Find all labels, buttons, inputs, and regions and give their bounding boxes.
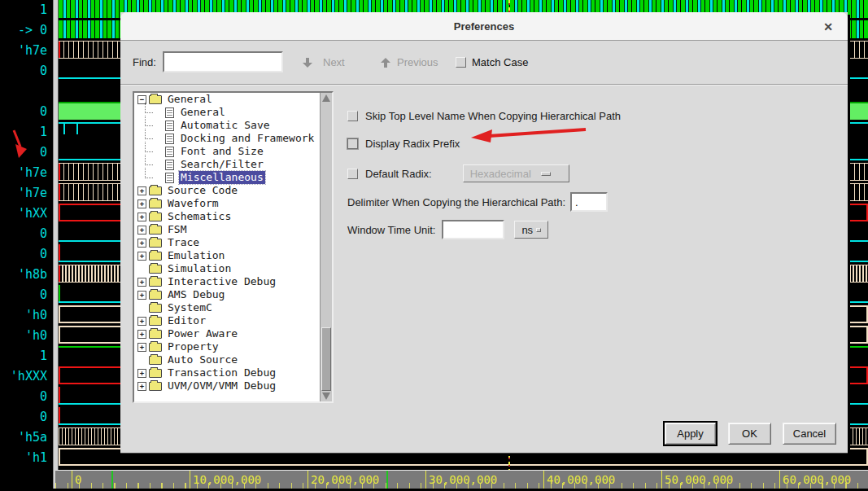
tree-item-uvm-ovm-vmm-debug[interactable]: +UVM/OVM/VMM Debug [134,379,332,392]
find-previous-button[interactable]: Previous [397,56,438,68]
plus-toggle-icon[interactable]: + [137,317,146,326]
signal-value[interactable]: 'h7e [0,163,53,183]
scroll-up-icon[interactable] [322,94,330,102]
tree-item-transaction-debug[interactable]: +Transaction Debug [134,366,332,379]
tree-item-label[interactable]: Schematics [166,210,233,223]
signal-value[interactable]: 'h8b [0,265,53,285]
signal-value[interactable]: 'hXXX [0,366,53,387]
signal-value[interactable]: 'h5a [0,427,53,448]
default-radix-dropdown[interactable]: Hexadecimal [463,164,569,182]
tree-item-label[interactable]: Emulation [166,249,226,262]
find-next-button[interactable]: Next [323,56,345,68]
tree-item-label[interactable]: Editor [166,314,207,327]
plus-toggle-icon[interactable]: + [137,186,146,195]
match-case-checkbox[interactable] [456,57,466,68]
tree-item-automatic-save[interactable]: Automatic Save [134,119,332,132]
dialog-titlebar[interactable]: Preferences ✕ [120,12,848,41]
tree-item-label[interactable]: General [166,93,214,106]
tree-item-general[interactable]: General [134,106,332,119]
tree-item-trace[interactable]: +Trace [134,236,332,249]
tree-item-label[interactable]: General [179,106,227,119]
tree-item-fsm[interactable]: +FSM [134,223,332,236]
tree-item-interactive-debug[interactable]: +Interactive Debug [134,275,332,288]
time-unit-input[interactable] [442,220,504,239]
plus-toggle-icon[interactable]: + [137,369,146,378]
cancel-button[interactable]: Cancel [783,423,836,445]
plus-toggle-icon[interactable]: + [137,252,146,261]
apply-button[interactable]: Apply [665,423,716,445]
signal-value[interactable]: 0 [0,407,53,427]
tree-item-systemc[interactable]: SystemC [134,301,332,314]
tree-item-label[interactable]: Property [166,340,220,353]
find-input[interactable] [163,51,283,72]
signal-value[interactable]: 0 [0,224,53,244]
tree-item-label[interactable]: Automatic Save [179,119,272,132]
timeline-ruler[interactable]: 010,000,00020,000,00030,000,00040,000,00… [55,470,868,489]
plus-toggle-icon[interactable]: + [137,199,146,208]
panel-splitter[interactable] [53,0,59,491]
tree-item-label[interactable]: Waveform [166,197,220,210]
tree-item-label[interactable]: Trace [166,236,201,249]
tree-item-emulation[interactable]: +Emulation [134,249,332,262]
preferences-tree[interactable]: −GeneralGeneralAutomatic SaveDocking and… [133,91,334,403]
plus-toggle-icon[interactable]: + [137,382,146,391]
plus-toggle-icon[interactable]: + [137,291,146,300]
tree-item-label[interactable]: UVM/OVM/VMM Debug [166,379,277,392]
tree-item-label[interactable]: Power Aware [166,327,239,340]
tree-item-label[interactable]: Search/Filter [179,158,265,171]
tree-item-auto-source[interactable]: Auto Source [134,353,332,366]
close-icon[interactable]: ✕ [820,19,836,35]
tree-scrollbar[interactable] [320,93,332,401]
plus-toggle-icon[interactable]: + [137,343,146,352]
tree-item-font-and-size[interactable]: Font and Size [134,145,332,158]
scroll-down-icon[interactable] [322,392,330,400]
plus-toggle-icon[interactable]: + [137,239,146,248]
signal-value[interactable]: 'hXX [0,204,53,224]
tree-item-ams-debug[interactable]: +AMS Debug [134,288,332,301]
tree-item-label[interactable]: AMS Debug [166,288,226,301]
signal-value[interactable]: 'h0 [0,305,53,326]
tree-item-simulation[interactable]: Simulation [134,262,332,275]
tree-item-schematics[interactable]: +Schematics [134,210,332,223]
signal-value[interactable] [0,81,53,102]
tree-item-general[interactable]: −General [134,93,332,106]
tree-item-miscellaneous[interactable]: Miscellaneous [134,171,332,184]
tree-item-label[interactable]: SystemC [166,301,214,314]
tree-item-power-aware[interactable]: +Power Aware [134,327,332,340]
signal-value[interactable]: 0 [0,387,53,407]
display-radix-checkbox[interactable] [347,138,358,149]
time-unit-dropdown[interactable]: ns [514,221,548,239]
tree-item-docking-and-framework[interactable]: Docking and Framework [134,132,332,145]
signal-value[interactable]: -> 0 [0,20,53,41]
delimiter-input[interactable] [570,192,608,212]
previous-arrow-icon[interactable] [380,57,391,68]
tree-item-label[interactable]: Font and Size [179,145,265,158]
tree-item-property[interactable]: +Property [134,340,332,353]
signal-value[interactable]: 'h7e [0,183,53,204]
plus-toggle-icon[interactable]: + [137,278,146,287]
tree-item-label[interactable]: Interactive Debug [166,275,277,288]
tree-item-label[interactable]: FSM [166,223,188,236]
signal-value[interactable]: 'h1 [0,448,53,468]
signal-value[interactable]: 0 [0,142,53,163]
tree-item-source-code[interactable]: +Source Code [134,184,332,197]
signal-value[interactable]: 'h0 [0,326,53,346]
ok-button[interactable]: OK [728,423,771,445]
plus-toggle-icon[interactable]: + [137,330,146,339]
signal-value[interactable]: 1 [0,346,53,366]
signal-value[interactable]: 0 [0,244,53,265]
scrollbar-thumb[interactable] [321,327,331,391]
tree-item-waveform[interactable]: +Waveform [134,197,332,210]
next-arrow-icon[interactable] [302,57,313,68]
signal-value[interactable]: 'h7e [0,41,53,61]
tree-item-label[interactable]: Docking and Framework [179,132,316,145]
tree-item-label[interactable]: Simulation [166,262,233,275]
plus-toggle-icon[interactable]: + [137,226,146,235]
signal-value[interactable]: 0 [0,285,53,305]
default-radix-checkbox[interactable] [347,169,358,179]
tree-item-label[interactable]: Transaction Debug [166,366,277,379]
signal-value-panel[interactable]: 1-> 0'h7e0010'h7e'h7e'hXX00'h8b0'h0'h01'… [0,0,53,491]
tree-item-search-filter[interactable]: Search/Filter [134,158,332,171]
signal-value[interactable]: 0 [0,102,53,122]
signal-value[interactable]: 1 [0,122,53,142]
